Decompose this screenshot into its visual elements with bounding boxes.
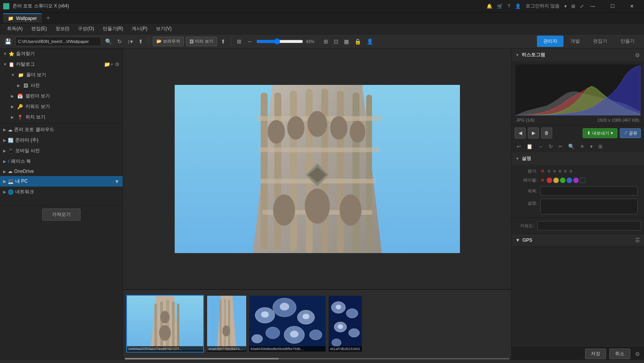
next-image-button[interactable]: ▶	[528, 128, 539, 138]
sidebar-item-facebook[interactable]: ▶ f 페이스 북	[0, 156, 123, 167]
label-dot-purple[interactable]	[573, 178, 579, 183]
lock-icon[interactable]: 🔒	[353, 38, 363, 45]
preview-button[interactable]: 🖼 미리 보기	[186, 37, 217, 46]
sort-icon[interactable]: ↕▾	[126, 38, 134, 45]
adjust-tool-icon[interactable]: ☀	[578, 142, 587, 151]
cancel-button[interactable]: 취소	[609, 349, 630, 359]
path-input[interactable]	[15, 37, 101, 46]
maximize-button[interactable]: ☐	[603, 0, 621, 13]
title-input[interactable]	[540, 186, 638, 196]
close-button[interactable]: ✕	[623, 0, 641, 13]
fullscreen-icon[interactable]: ⤢	[580, 4, 584, 9]
upload-icon[interactable]: ⬆	[137, 38, 145, 45]
gps-header[interactable]: ▼ GPS ☰	[512, 234, 644, 246]
tab-create[interactable]: 만들기	[614, 36, 641, 47]
star-1[interactable]: ★	[547, 168, 551, 174]
cart-icon[interactable]: 🛒	[497, 4, 503, 9]
export-button[interactable]: ⬆ 내보내기 ▾	[583, 128, 617, 138]
sidebar-item-my-pc[interactable]: ▶ 💻 내 PC	[0, 176, 111, 187]
keywords-input[interactable]	[537, 221, 641, 230]
label-x-icon[interactable]: ✕	[540, 178, 544, 183]
login-status[interactable]: 로그인하지 않음	[526, 3, 560, 9]
save-button[interactable]: 저장	[585, 349, 606, 359]
rotate-tool-icon[interactable]: ↻	[547, 142, 555, 151]
sidebar-item-calendar[interactable]: ▶ 📅 캘린더 보기	[0, 91, 123, 101]
export-toolbar-icon[interactable]: ⬆	[219, 38, 227, 45]
main-preview[interactable]	[123, 49, 511, 289]
sidebar-item-zonr-cloud[interactable]: ▶ ☁ 존러 포토 클라우드	[0, 124, 123, 135]
menu-info[interactable]: 정보(I)	[52, 24, 73, 34]
sidebar-item-zonr-ma[interactable]: ▶ 🔄 존라마 (주)	[0, 135, 123, 146]
grid-tool-icon[interactable]: ⊞	[596, 142, 605, 151]
zoom-tool-icon[interactable]: 🔍	[566, 142, 576, 151]
refresh-icon[interactable]: ↻	[116, 38, 123, 45]
description-textarea[interactable]	[540, 199, 638, 214]
tab-manager[interactable]: 관리자	[537, 36, 564, 47]
copy-tool-icon[interactable]: 📋	[524, 142, 535, 151]
adjust-dropdown-icon[interactable]: ▾	[588, 142, 595, 151]
description-header[interactable]: ▼ 설명	[512, 152, 644, 165]
histogram-header[interactable]: ▼ 히스토그램 ⚙	[512, 49, 644, 61]
crop-tool-icon[interactable]: ✂	[556, 142, 565, 151]
thumbnail-item[interactable]: 83a66306d6ed8e5b4d8f5e759b...	[249, 296, 326, 352]
user-icon[interactable]: 👤	[515, 4, 521, 9]
folder-tab[interactable]: 📁 Wallpaper	[3, 13, 42, 23]
catalog-add-icon[interactable]: 📁+	[104, 61, 113, 67]
help-icon[interactable]: ?	[508, 4, 510, 9]
star-4[interactable]: ★	[563, 168, 568, 174]
prev-image-button[interactable]: ◀	[515, 128, 526, 138]
flip-tool-icon[interactable]: ↔	[536, 142, 545, 151]
sidebar-item-folder-view[interactable]: ▼ 📁 폴더 보기	[0, 70, 123, 80]
sidebar-item-catalog[interactable]: ▼ 📋 카탈로그	[3, 61, 104, 68]
label-dot-empty[interactable]	[580, 178, 585, 183]
star-3[interactable]: ★	[558, 168, 562, 174]
menu-publish[interactable]: 게시(P)	[128, 24, 151, 34]
menu-edit[interactable]: 편집(E)	[27, 24, 51, 34]
sidebar-item-photos[interactable]: ▶ 🖼 사진	[0, 80, 123, 91]
menu-acquire[interactable]: 취득(A)	[3, 24, 27, 34]
thumbnail-item[interactable]: 2e669ad33f1fae1f7ee9870c727f...	[126, 295, 204, 352]
grid-view-icon[interactable]: ⊞	[322, 38, 330, 45]
sidebar-item-network[interactable]: ▶ 🌐 네트워크	[0, 187, 123, 197]
sidebar-item-favorites[interactable]: ▼ ⭐ 즐겨찾기	[0, 49, 123, 59]
tab-develop[interactable]: 개발	[564, 36, 586, 47]
import-button[interactable]: 가져오기	[42, 208, 80, 221]
label-dot-blue[interactable]	[567, 178, 572, 183]
histogram-gear-icon[interactable]: ⚙	[635, 52, 640, 58]
minimize-button[interactable]: —	[584, 0, 602, 13]
add-tab-button[interactable]: +	[45, 14, 52, 22]
sidebar-item-onedrive[interactable]: ▶ ☁ OneDrive	[0, 167, 123, 176]
search-icon[interactable]: 🔍	[104, 38, 113, 45]
gps-menu-icon[interactable]: ☰	[635, 237, 640, 243]
star-5[interactable]: ★	[569, 168, 573, 174]
star-2[interactable]: ★	[552, 168, 557, 174]
catalog-gear-icon[interactable]: ⚙	[115, 61, 120, 67]
label-dot-yellow[interactable]	[553, 178, 559, 183]
thumbnail-item[interactable]: 40a836b77b928474a55a1fec7c9...	[207, 296, 246, 352]
detail-view-icon[interactable]: ⊡	[332, 38, 340, 45]
tab-editor[interactable]: 편집기	[587, 36, 614, 47]
delete-image-button[interactable]: 🗑	[541, 128, 552, 138]
zoom-slider[interactable]	[256, 38, 303, 45]
rating-x-icon[interactable]: ✕	[540, 169, 544, 174]
menu-organize[interactable]: 구성(O)	[74, 24, 98, 34]
menu-create[interactable]: 만들기(R)	[99, 24, 127, 34]
undo-tool-icon[interactable]: ↩	[515, 142, 523, 151]
horizontal-scrollbar[interactable]	[125, 358, 510, 359]
export-dropdown-arrow[interactable]: ▾	[611, 131, 613, 136]
sidebar-item-keyword[interactable]: ▶ 🔑 키워드 보기	[0, 101, 123, 112]
share-button[interactable]: ↗ 공유	[620, 128, 641, 138]
window-mode-icon[interactable]: ⊞	[571, 4, 575, 9]
compare-view-icon[interactable]: ▦	[342, 38, 351, 45]
face-icon[interactable]: 👤	[365, 38, 375, 45]
notification-icon[interactable]: 🔔	[487, 4, 492, 9]
browser-button[interactable]: 📂 브라우저	[153, 37, 184, 46]
my-pc-expand-icon[interactable]: ▼	[111, 178, 123, 185]
zoom-arrows-icon[interactable]: ↔	[245, 38, 254, 45]
thumbnail-item[interactable]: 461af7db2b231602	[329, 296, 362, 352]
zoom-fit-icon[interactable]: ⊞	[235, 38, 243, 45]
sidebar-item-mobile[interactable]: ▶ 📱 모바일 사진	[0, 146, 123, 156]
label-dot-green[interactable]	[560, 178, 565, 183]
save-toolbar-icon[interactable]: 💾	[3, 38, 13, 45]
dropdown-arrow[interactable]: ▾	[564, 4, 567, 9]
